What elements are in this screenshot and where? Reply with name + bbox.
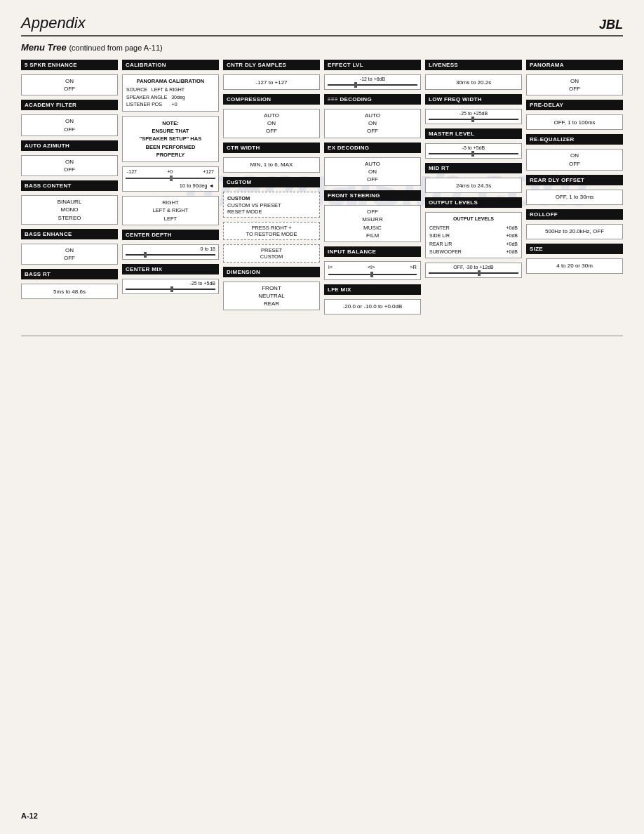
- ex-decoding-values: AUTOONOFF: [324, 157, 421, 187]
- output-levels-detail: OUTPUT LEVELS CENTER+0dB SIDE L/R+0dB RE…: [425, 212, 522, 258]
- input-balance-header: INPUT BALANCE: [324, 246, 421, 257]
- column-2: CALIBRATION PANORAMA CALIBRATION SOURCE …: [122, 60, 219, 294]
- page: manualslib.com Appendix JBL Menu Tree (c…: [0, 0, 644, 834]
- size-value: 4 to 20 or 30m: [526, 258, 623, 274]
- column-4: EFFECT LVL -12 to +6dB ≡≡≡ DECODING AUTO…: [324, 60, 421, 315]
- output-levels-slider: OFF, -30 to +12dB: [425, 263, 522, 278]
- output-levels-header: OUTPUT LEVELS: [425, 197, 522, 208]
- input-balance-box: l< <l> >R: [324, 261, 421, 280]
- ex-decoding-header: EX DECODING: [324, 143, 421, 153]
- bass-enhance-header: BASS ENHANCE: [21, 229, 118, 239]
- compression-values: AUTOONOFF: [223, 109, 320, 138]
- dimension-values: FRONTNEUTRALREAR: [223, 282, 320, 311]
- bass-content-values: BINAURLMONOSTEREO: [21, 195, 118, 225]
- low-freq-slider: -25 to +25dB: [425, 109, 522, 124]
- calibration-detail: PANORAMA CALIBRATION SOURCE LEFT & RIGHT…: [122, 74, 219, 112]
- mid-rt-value: 24ms to 24.3s: [425, 178, 522, 193]
- note-box: NOTE: ENSURE THAT "SPEAKER SETUP" HAS BE…: [122, 116, 219, 162]
- custom-restore: PRESS RIGHT + TO RESTORE MODE: [223, 222, 320, 240]
- liveness-header: LIVENESS: [425, 60, 522, 70]
- column-1: 5 SPKR ENHANCE ONOFF ACADEMY FILTER ONOF…: [21, 60, 118, 299]
- page-title: Appendix: [21, 14, 86, 32]
- page-footer: A-12: [21, 812, 38, 820]
- dts-decoding-header: ≡≡≡ DECODING: [324, 94, 421, 105]
- panorama-values: ONOFF: [526, 74, 623, 95]
- re-equalizer-header: RE-EQUALIZER: [526, 134, 623, 145]
- academy-values: ONOFF: [21, 114, 118, 135]
- size-header: SIZE: [526, 244, 623, 254]
- academy-header: ACADEMY FILTER: [21, 100, 118, 110]
- dimension-header: DIMENSION: [223, 267, 320, 277]
- low-freq-header: LOW FREQ WIDTH: [425, 94, 522, 105]
- auto-azimuth-values: ONOFF: [21, 155, 118, 176]
- custom-header: CuSTOM: [223, 177, 320, 187]
- column-5: LIVENESS 30ms to 20.2s LOW FREQ WIDTH -2…: [425, 60, 522, 278]
- custom-values: CUSTOM CUSTOM VS PRESET RESET MODE: [223, 192, 320, 218]
- effect-lvl-slider: -12 to +6dB: [324, 74, 421, 90]
- column-3: CNTR DLY SAMPLES -127 to +127 COMPRESSIO…: [223, 60, 320, 310]
- custom-preset: PRESET CUSTOM: [223, 244, 320, 263]
- pre-delay-value: OFF, 1 to 100ms: [526, 114, 623, 130]
- menu-tree-columns: 5 SPKR ENHANCE ONOFF ACADEMY FILTER ONOF…: [21, 60, 623, 315]
- dts-decoding-values: AUTOONOFF: [324, 109, 421, 138]
- rear-dly-value: OFF, 1 to 30ms: [526, 190, 623, 205]
- lfe-mix-value: -20.0 or -10.0 to +0.0dB: [324, 299, 421, 315]
- center-depth-slider: 0 to 18: [122, 244, 219, 260]
- direction-box: RIGHT LEFT & RIGHT LEFT: [122, 196, 219, 225]
- rear-dly-header: REAR DLY OFFSET: [526, 175, 623, 185]
- center-mix-slider: -25 to +5dB: [122, 279, 219, 294]
- bass-content-header: BASS CONTENT: [21, 180, 118, 191]
- mid-rt-header: MID RT: [425, 163, 522, 173]
- center-mix-header: CENTER MIX: [122, 264, 219, 274]
- master-level-slider: -5 to +5dB: [425, 143, 522, 159]
- compression-header: COMPRESSION: [223, 94, 320, 105]
- cntr-dly-header: CNTR DLY SAMPLES: [223, 60, 320, 70]
- front-steering-header: FRONT STEERING: [324, 190, 421, 201]
- menu-tree-title: Menu Tree (continued from page A-11): [21, 42, 623, 53]
- front-steering-values: OFFMSURRMUSICFILM: [324, 205, 421, 242]
- bass-enhance-values: ONOFF: [21, 244, 118, 265]
- 5spkr-values: ONOFF: [21, 74, 118, 95]
- cntr-dly-value: -127 to +127: [223, 74, 320, 90]
- center-depth-header: CENTER DEPTH: [122, 230, 219, 240]
- pre-delay-header: PRE-DELAY: [526, 100, 623, 110]
- calibration-header: CALIBRATION: [122, 60, 219, 70]
- rolloff-header: ROLLOFF: [526, 209, 623, 220]
- page-header: Appendix JBL: [21, 14, 623, 37]
- ctr-width-header: CTR WIDTH: [223, 143, 320, 153]
- brand-label: JBL: [599, 18, 623, 32]
- liveness-value: 30ms to 20.2s: [425, 74, 522, 90]
- bass-rt-header: BASS RT: [21, 269, 118, 279]
- effect-lvl-header: EFFECT LVL: [324, 60, 421, 70]
- master-level-header: MASTER LEVEL: [425, 128, 522, 139]
- ctr-width-value: MIN, 1 to 6, MAX: [223, 157, 320, 173]
- column-6: PANORAMA ONOFF PRE-DELAY OFF, 1 to 100ms…: [526, 60, 623, 274]
- rolloff-value: 500Hz to 20.0kHz, OFF: [526, 224, 623, 239]
- slider-range-block: -127 +0 +127 10 to 90deg ◄: [122, 166, 219, 192]
- panorama-header: PANORAMA: [526, 60, 623, 70]
- 5spkr-header: 5 SPKR ENHANCE: [21, 60, 118, 70]
- auto-azimuth-header: AUTO AZIMUTH: [21, 140, 118, 151]
- re-equalizer-values: ONOFF: [526, 149, 623, 170]
- bass-rt-value: 5ms to 48.6s: [21, 284, 118, 299]
- lfe-mix-header: LFE MIX: [324, 284, 421, 295]
